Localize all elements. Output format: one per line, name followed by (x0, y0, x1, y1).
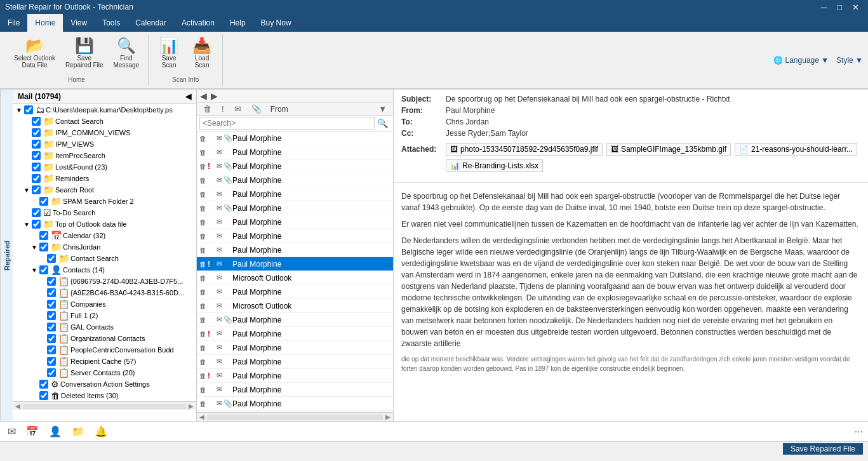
tree-checkbox[interactable] (47, 323, 56, 331)
email-list-item[interactable]: 🗑 ✉ Paul Morphine (197, 285, 393, 299)
sidebar-tree-item[interactable]: 📁Contact Search (13, 116, 196, 127)
tree-checkbox[interactable] (47, 345, 56, 354)
email-list-item[interactable]: 🗑 ✉📎Paul Morphine (197, 131, 393, 145)
minimize-button[interactable]: ─ (817, 3, 831, 12)
tree-checkbox[interactable] (39, 391, 48, 400)
load-scan-button[interactable]: 📥 LoadScan (187, 37, 217, 70)
tree-checkbox[interactable] (32, 117, 41, 126)
tree-checkbox[interactable] (24, 105, 33, 114)
sidebar-tree-item[interactable]: 📁SPAM Search Folder 2 (13, 196, 196, 207)
style-dropdown[interactable]: Style ▼ (836, 56, 863, 65)
tree-checkbox[interactable] (32, 140, 41, 149)
menu-calendar[interactable]: Calendar (128, 14, 174, 32)
menu-tools[interactable]: Tools (95, 14, 128, 32)
email-list-item[interactable]: 🗑 ✉📎Paul Morphine (197, 313, 393, 327)
sidebar-tree-item[interactable]: 🗑Deleted Items (30) (13, 390, 196, 401)
attachment-item[interactable]: 📊Re-Branding-Lists.xlsx (446, 159, 543, 172)
tree-checkbox[interactable] (47, 357, 56, 366)
email-list-item[interactable]: 🗑 ✉📎Paul Morphine (197, 173, 393, 187)
search-input[interactable] (199, 117, 375, 130)
email-list-item[interactable]: 🗑 ✉ Microsoft Outlook (197, 271, 393, 285)
email-list-item[interactable]: 🗑!✉ Paul Morphine (197, 257, 393, 271)
tree-checkbox[interactable] (47, 334, 56, 343)
importance-column-icon[interactable]: ! (218, 104, 228, 114)
find-message-button[interactable]: 🔍 FindMessage (110, 37, 144, 70)
sidebar-tree-item[interactable]: 📁Lost&Found (23) (13, 161, 196, 173)
sidebar-tree-item[interactable]: 📋PeopleCentricConversation Budd (13, 344, 196, 356)
tree-checkbox[interactable] (47, 277, 56, 286)
notes-icon-button[interactable]: 🔔 (92, 424, 110, 439)
sidebar-tree-item[interactable]: 📋{0696759-274D-40B2-A3EB-D7F5... (13, 276, 196, 287)
tree-checkbox[interactable] (32, 128, 41, 137)
calendar-icon-button[interactable]: 📅 (23, 424, 41, 439)
tree-checkbox[interactable] (39, 380, 48, 389)
attachment-item[interactable]: 🖼SampleGIFImage_135kbmb.gif (606, 143, 731, 156)
save-scan-button[interactable]: 📊 SaveScan (154, 37, 184, 70)
tree-toggle-icon[interactable]: ▼ (30, 267, 38, 274)
sidebar-tree-item[interactable]: 📁IPM_COMMON_VIEWS (13, 127, 196, 138)
menu-home[interactable]: Home (27, 14, 63, 32)
sidebar-tree-item[interactable]: ▼📁Search Root (13, 184, 196, 196)
nav-next-button[interactable]: ▶ (209, 91, 220, 101)
tree-checkbox[interactable] (47, 288, 56, 297)
menu-file[interactable]: File (0, 14, 27, 32)
sidebar-tree-item[interactable]: 📋{A9E2BC46-B3A0-4243-B315-60D... (13, 287, 196, 298)
menu-view[interactable]: View (63, 14, 95, 32)
attachment-item[interactable]: 🖼photo-1533450718592-29d45635f0a9.jfif (446, 143, 603, 156)
sidebar-tree-item[interactable]: 📋Server Contacts (20) (13, 367, 196, 378)
sort-icon[interactable]: ▼ (375, 104, 391, 114)
folder-icon-button[interactable]: 📁 (69, 424, 87, 439)
tree-checkbox[interactable] (47, 368, 56, 377)
email-list-item[interactable]: 🗑!✉📎Paul Morphine (197, 159, 393, 173)
email-list-item[interactable]: 🗑 ✉ Paul Morphine (197, 243, 393, 257)
email-list-item[interactable]: 🗑!✉ Paul Morphine (197, 369, 393, 383)
email-list-hscroll[interactable]: ◀ ▶ (197, 412, 393, 421)
sidebar-collapse-icon[interactable]: ◀ (185, 92, 191, 101)
tree-checkbox[interactable] (32, 185, 41, 194)
tree-toggle-icon[interactable]: ▼ (30, 244, 38, 251)
sidebar-tree-item[interactable]: ▼👤Contacts (14) (13, 264, 196, 276)
email-column-icon[interactable]: ✉ (230, 104, 245, 114)
tree-checkbox[interactable] (39, 265, 48, 274)
tree-checkbox[interactable] (39, 243, 48, 251)
select-outlook-datafile-button[interactable]: 📂 Select OutlookData File (10, 37, 59, 70)
tree-checkbox[interactable] (32, 151, 41, 160)
sidebar-tree-item[interactable]: ▼🗂C:\Users\deepak.kumar\Desktop\betty.ps (13, 104, 196, 116)
email-list-item[interactable]: 🗑 ✉📎Paul Morphine (197, 201, 393, 215)
email-list-item[interactable]: 🗑 ✉📎Paul Morphine (197, 397, 393, 411)
sidebar-tree-item[interactable]: ▼📁Top of Outlook data file (13, 218, 196, 230)
tree-checkbox[interactable] (32, 174, 41, 183)
language-dropdown[interactable]: 🌐 Language ▼ (773, 56, 829, 65)
close-button[interactable]: ✕ (848, 3, 863, 12)
tree-checkbox[interactable] (47, 254, 56, 263)
email-list-item[interactable]: 🗑 ✉ Microsoft Outlook (197, 299, 393, 313)
sidebar-tree-item[interactable]: ☑To-Do Search (13, 207, 196, 218)
tree-checkbox[interactable] (39, 231, 48, 240)
sidebar-tree-item[interactable]: 📋GAL Contacts (13, 321, 196, 333)
sidebar-tree-item[interactable]: 📁Reminders (13, 173, 196, 184)
sidebar-tree-item[interactable]: 📋Organizational Contacts (13, 333, 196, 344)
sidebar-tree-item[interactable]: 📁ItemProcSearch (13, 150, 196, 161)
contacts-icon-button[interactable]: 👤 (46, 424, 64, 439)
menu-buynow[interactable]: Buy Now (253, 14, 299, 32)
tree-checkbox[interactable] (32, 208, 41, 217)
sidebar-tree-item[interactable]: 📁Contact Search (13, 253, 196, 264)
nav-prev-button[interactable]: ◀ (198, 91, 209, 101)
menu-activation[interactable]: Activation (174, 14, 222, 32)
tree-checkbox[interactable] (47, 311, 56, 320)
maximize-button[interactable]: □ (833, 3, 846, 12)
email-list-item[interactable]: 🗑 ✉ Paul Morphine (197, 355, 393, 369)
search-icon[interactable]: 🔍 (375, 118, 391, 128)
delete-column-icon[interactable]: 🗑 (199, 104, 215, 114)
tree-toggle-icon[interactable]: ▼ (23, 221, 30, 228)
tree-checkbox[interactable] (47, 300, 56, 309)
email-list-item[interactable]: 🗑 ✉ Paul Morphine (197, 229, 393, 243)
tree-toggle-icon[interactable]: ▼ (15, 107, 23, 114)
sidebar-tree-item[interactable]: 📋Full 1 (2) (13, 310, 196, 321)
tree-checkbox[interactable] (39, 197, 48, 206)
attachment-column-icon[interactable]: 📎 (248, 104, 265, 114)
mail-icon-button[interactable]: ✉ (5, 424, 18, 439)
email-list-item[interactable]: 🗑 ✉ Paul Morphine (197, 341, 393, 355)
email-list-item[interactable]: 🗑!✉ Paul Morphine (197, 327, 393, 341)
sidebar-tree-item[interactable]: 📋Companies (13, 298, 196, 310)
